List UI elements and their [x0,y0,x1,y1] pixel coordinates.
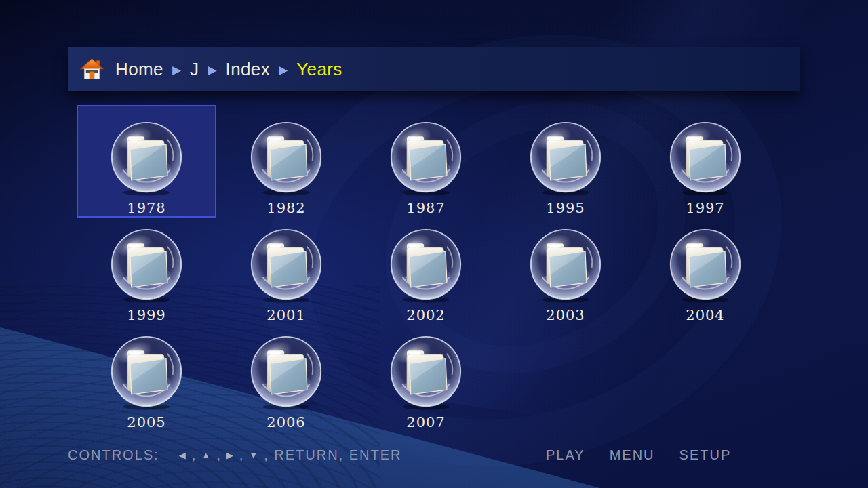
menu-item-menu[interactable]: MENU [610,447,655,463]
breadcrumb-item-years[interactable]: Years [296,59,342,80]
year-label: 2005 [127,414,165,430]
folder-sphere-icon [108,227,184,303]
controls-text: , [216,447,222,463]
controls-text: , [239,447,245,463]
up-arrow-icon: ▲ [201,450,212,460]
folder-sphere-icon [388,334,464,410]
folder-tile-2006[interactable]: 2006 [216,319,356,432]
folder-tile-2001[interactable]: 2001 [216,212,356,325]
folder-tile-2007[interactable]: 2007 [356,319,496,432]
folder-tile-1997[interactable]: 1997 [635,105,775,218]
home-icon[interactable] [80,58,104,81]
folder-sphere-icon [248,227,324,303]
folder-sphere-icon [667,227,743,303]
folder-tile-1987[interactable]: 1987 [356,105,496,218]
folder-tile-2002[interactable]: 2002 [356,212,496,325]
year-label: 2006 [267,414,305,430]
folder-tile-2004[interactable]: 2004 [635,212,775,325]
breadcrumb-separator-icon: ▶ [172,63,181,76]
folder-sphere-icon [388,227,464,303]
menu-item-play[interactable]: PLAY [546,447,585,463]
breadcrumb-separator-icon: ▶ [208,63,216,76]
folder-tile-2005[interactable]: 2005 [77,319,216,432]
controls-text: , [192,447,197,463]
footer-menu: PLAYMENUSETUP [546,447,731,463]
year-label: 2004 [686,307,724,323]
folder-sphere-icon [248,120,324,196]
folder-tile-1999[interactable]: 1999 [77,212,216,325]
folder-tile-1995[interactable]: 1995 [496,105,635,218]
controls-key-sequence: ◀,▲,▶,▼, RETURN, ENTER [177,447,405,463]
folder-tile-1978[interactable]: 1978 [77,105,216,218]
year-label: 2003 [546,307,585,323]
menu-item-setup[interactable]: SETUP [679,447,732,463]
controls-label: CONTROLS: [68,447,159,463]
controls-text: , RETURN, ENTER [264,447,401,463]
breadcrumb-bar: Home▶J▶Index▶Years [68,47,800,91]
left-arrow-icon: ◀ [179,450,187,460]
breadcrumb-item-index[interactable]: Index [226,59,271,80]
year-label: 2007 [406,414,445,430]
footer-controls-legend: CONTROLS: ◀,▲,▶,▼, RETURN, ENTER [68,447,404,463]
right-arrow-icon: ▶ [226,450,235,460]
folder-sphere-icon [108,120,184,196]
folder-tile-2003[interactable]: 2003 [496,212,635,325]
breadcrumb: Home▶J▶Index▶Years [115,59,342,80]
folder-sphere-icon [528,227,604,303]
down-arrow-icon: ▼ [249,450,259,460]
folder-tile-1982[interactable]: 1982 [216,105,356,218]
breadcrumb-item-j[interactable]: J [190,59,199,80]
breadcrumb-item-home[interactable]: Home [115,59,163,80]
folder-sphere-icon [388,120,464,196]
folder-sphere-icon [108,334,184,410]
folder-sphere-icon [248,334,324,410]
folder-sphere-icon [667,120,743,196]
year-folder-grid: 1978 1982 [77,105,775,426]
breadcrumb-separator-icon: ▶ [279,63,288,76]
folder-sphere-icon [528,120,604,196]
